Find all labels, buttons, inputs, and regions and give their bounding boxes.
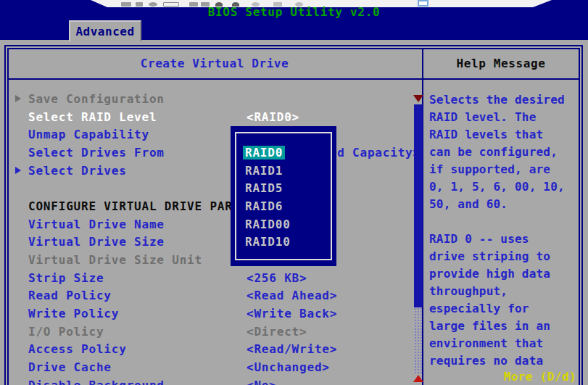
list-item-unmap-capability[interactable]: Unmap Capability xyxy=(9,125,413,144)
raid-level-dropdown[interactable]: RAID0 RAID1 RAID5 RAID6 RAID00 RAID10 xyxy=(231,126,336,266)
list-item-read-policy[interactable]: Read Policy <Read Ahead> xyxy=(9,286,413,305)
list-item-select-raid-level[interactable]: Select RAID Level <RAID0> xyxy=(9,108,413,126)
list-item-select-drives[interactable]: Select Drives xyxy=(9,162,413,180)
list-item-access-policy[interactable]: Access Policy <Read/Write> xyxy=(9,340,413,358)
help-message-text: Selects the desired RAID level. The RAID… xyxy=(429,91,579,370)
bios-title: BIOS Setup Utility v2.0 xyxy=(0,5,588,19)
scroll-down-icon[interactable] xyxy=(413,375,423,382)
scroll-up-icon[interactable] xyxy=(413,95,423,102)
help-panel-title: Help Message xyxy=(423,57,579,70)
dropdown-option-raid1[interactable]: RAID1 xyxy=(245,162,283,180)
tab-advanced[interactable]: Advanced xyxy=(69,20,141,41)
list-item-write-policy[interactable]: Write Policy <Write Back> xyxy=(9,305,413,323)
scrollbar-track[interactable] xyxy=(414,307,423,374)
help-more-label: More (D/d) xyxy=(464,370,576,384)
list-item-strip-size[interactable]: Strip Size <256 KB> xyxy=(9,269,413,287)
dropdown-option-raid00[interactable]: RAID00 xyxy=(245,216,291,233)
list-item-save-configuration[interactable]: Save Configuration xyxy=(9,90,413,108)
list-item-drive-cache[interactable]: Drive Cache <Unchanged> xyxy=(9,358,413,376)
header-divider-line xyxy=(7,78,580,80)
page-title: Create Virtual Drive xyxy=(9,57,421,70)
dropdown-option-raid10[interactable]: RAID10 xyxy=(245,233,291,251)
dropdown-option-raid6[interactable]: RAID6 xyxy=(245,198,283,215)
list-item-virtual-drive-size[interactable]: Virtual Drive Size xyxy=(9,233,413,251)
expand-arrow-icon xyxy=(15,167,21,174)
scrollbar-thumb[interactable] xyxy=(414,104,423,307)
expand-arrow-icon xyxy=(15,95,21,102)
dropdown-option-raid0[interactable]: RAID0 xyxy=(245,144,285,162)
list-item-select-drives-from[interactable]: Select Drives From <Unconfigured Capacit… xyxy=(9,144,413,162)
list-item-io-policy[interactable]: I/O Policy <Direct> xyxy=(9,323,413,341)
list-item-virtual-drive-size-unit[interactable]: Virtual Drive Size Unit xyxy=(9,251,413,269)
dropdown-option-raid5[interactable]: RAID5 xyxy=(245,180,283,197)
list-item-virtual-drive-name[interactable]: Virtual Drive Name xyxy=(9,215,413,233)
list-section-heading: CONFIGURE VIRTUAL DRIVE PARAMETERS: xyxy=(9,197,413,215)
list-item-disable-background[interactable]: Disable Background <No> xyxy=(9,376,413,385)
